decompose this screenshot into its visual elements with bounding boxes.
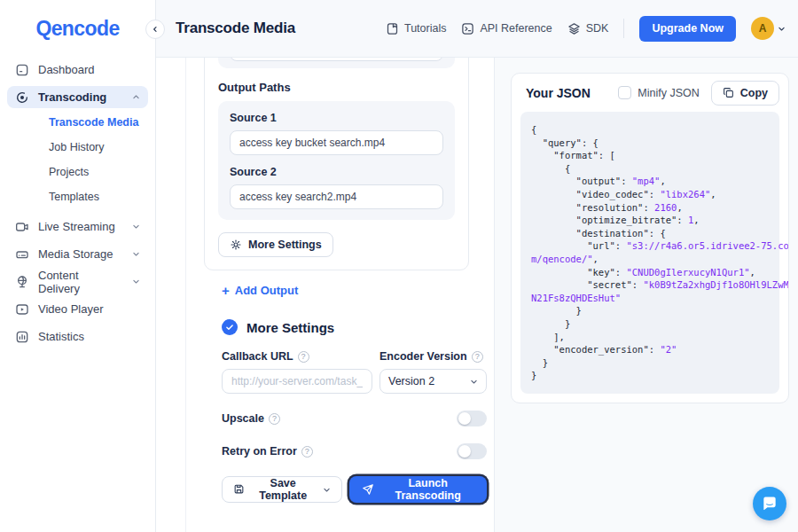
clipped-source-input[interactable] [230, 58, 443, 61]
upscale-row: Upscale ? [222, 411, 487, 426]
retry-on-error-row: Retry on Error ? [222, 443, 487, 459]
callback-url-label: Callback URL [222, 350, 293, 363]
source-panel-clipped [218, 58, 455, 68]
save-template-button[interactable]: Save Template [222, 476, 342, 503]
tutorials-link[interactable]: Tutorials [386, 22, 446, 35]
sidebar-item-transcode-media[interactable]: Transcode Media [49, 116, 148, 129]
sdk-label: SDK [586, 22, 609, 35]
live-streaming-icon [15, 220, 29, 234]
main-area: Transcode Media Tutorials API Reference [156, 0, 798, 532]
sidebar-item-dashboard[interactable]: Dashboard [7, 59, 148, 81]
copy-button-label: Copy [740, 87, 768, 99]
upscale-toggle[interactable] [457, 411, 487, 426]
callback-url-input[interactable] [222, 369, 372, 394]
more-settings-button[interactable]: More Settings [218, 232, 333, 257]
callback-url-field: Callback URL ? [222, 350, 372, 394]
media-storage-icon [15, 247, 29, 262]
sidebar-item-label: Statistics [38, 330, 84, 343]
encoder-version-field: Encoder Version ? Version 2 [379, 350, 487, 394]
dashboard-icon [15, 63, 29, 77]
api-reference-label: API Reference [480, 22, 552, 35]
retry-on-error-label: Retry on Error [222, 445, 297, 458]
json-code-block[interactable]: { "query": { "format": [ { "output": "mp… [520, 112, 779, 394]
sidebar-item-projects[interactable]: Projects [49, 166, 148, 178]
save-template-label: Save Template [251, 477, 315, 502]
json-card-header: Your JSON Minify JSON Copy [512, 74, 788, 112]
chevron-up-icon [132, 93, 140, 101]
copy-json-button[interactable]: Copy [711, 81, 779, 106]
chat-bubble-icon [761, 495, 778, 512]
more-settings-button-label: More Settings [248, 239, 322, 251]
upgrade-now-button[interactable]: Upgrade Now [639, 16, 736, 42]
rocket-icon [362, 483, 374, 496]
chevron-down-icon [778, 25, 786, 33]
more-settings-header[interactable]: More Settings [222, 319, 487, 335]
avatar: A [751, 17, 774, 40]
qencode-logo: Qencode [0, 0, 155, 57]
sidebar-item-content-delivery[interactable]: Content Delivery [7, 270, 148, 293]
source-2-input[interactable] [230, 184, 443, 209]
json-card: Your JSON Minify JSON Copy [511, 73, 789, 403]
sidebar-item-label: Live Streaming [38, 220, 115, 233]
sidebar-item-label: Video Player [38, 302, 103, 316]
form-actions: Save Template Launch Transcoding [222, 476, 487, 503]
sidebar-item-transcoding[interactable]: Transcoding [7, 86, 148, 108]
add-output-label: Add Output [235, 284, 298, 297]
encoder-version-value: Version 2 [388, 375, 434, 387]
video-player-icon [15, 302, 29, 317]
topbar-divider [623, 19, 624, 38]
sidebar-item-media-storage[interactable]: Media Storage [7, 243, 148, 265]
minify-json-control[interactable]: Minify JSON [618, 86, 699, 99]
chat-widget-button[interactable] [753, 487, 786, 520]
json-panel-title: Your JSON [526, 86, 591, 100]
transcoding-icon [15, 90, 29, 105]
minify-json-label: Minify JSON [638, 87, 699, 99]
output-paths-label: Output Paths [218, 81, 455, 94]
account-menu[interactable]: A [751, 17, 786, 40]
sidebar-item-label: Content Delivery [38, 269, 123, 295]
plus-icon: + [222, 285, 230, 296]
callback-encoder-row: Callback URL ? Encoder Version ? Ve [222, 350, 487, 394]
source-1-input[interactable] [230, 130, 443, 155]
sdk-link[interactable]: SDK [567, 22, 609, 35]
app-window: Qencode Dashboard Transcoding [0, 0, 798, 532]
sidebar-item-statistics[interactable]: Statistics [7, 325, 148, 348]
page-title: Transcode Media [176, 20, 295, 37]
top-bar: Transcode Media Tutorials API Reference [156, 0, 798, 58]
api-reference-link[interactable]: API Reference [461, 22, 552, 35]
add-output-link[interactable]: + Add Output [222, 284, 494, 297]
info-icon[interactable]: ? [269, 413, 280, 425]
sidebar: Qencode Dashboard Transcoding [0, 0, 156, 532]
top-bar-actions: Tutorials API Reference SDK Upgrade Now [386, 16, 786, 42]
sidebar-nav: Dashboard Transcoding Transcode Media Jo… [0, 57, 155, 348]
source-1-label: Source 1 [230, 112, 443, 124]
encoder-version-select[interactable]: Version 2 [379, 369, 487, 394]
copy-icon [723, 87, 734, 98]
transcoding-submenu: Transcode Media Job History Projects Tem… [49, 116, 148, 203]
encoder-version-label: Encoder Version [379, 350, 467, 363]
output-paths-panel: Source 1 Source 2 [218, 101, 455, 220]
info-icon[interactable]: ? [301, 446, 313, 458]
chevron-down-icon [470, 378, 478, 386]
json-panel: Your JSON Minify JSON Copy [495, 58, 798, 532]
output-card: Output Paths Source 1 Source 2 More Sett… [204, 58, 469, 270]
transcoding-form-column: Output Paths Source 1 Source 2 More Sett… [185, 58, 495, 532]
chevron-down-icon [132, 250, 140, 258]
sidebar-item-job-history[interactable]: Job History [49, 141, 148, 153]
upscale-label: Upscale [222, 412, 264, 425]
chevron-down-icon [132, 223, 140, 231]
sidebar-item-templates[interactable]: Templates [49, 191, 148, 203]
sidebar-item-video-player[interactable]: Video Player [7, 298, 148, 320]
sidebar-item-live-streaming[interactable]: Live Streaming [7, 215, 148, 238]
content-delivery-icon [15, 275, 29, 289]
chevron-down-icon [323, 486, 331, 494]
info-icon[interactable]: ? [472, 351, 483, 363]
info-icon[interactable]: ? [298, 351, 309, 363]
retry-on-error-toggle[interactable] [457, 443, 487, 459]
toggle-knob [458, 412, 471, 425]
minify-json-checkbox[interactable] [618, 86, 631, 99]
tutorials-label: Tutorials [404, 22, 446, 35]
gear-icon [230, 239, 242, 251]
sidebar-collapse-button[interactable] [145, 20, 165, 39]
launch-transcoding-button[interactable]: Launch Transcoding [349, 476, 487, 503]
